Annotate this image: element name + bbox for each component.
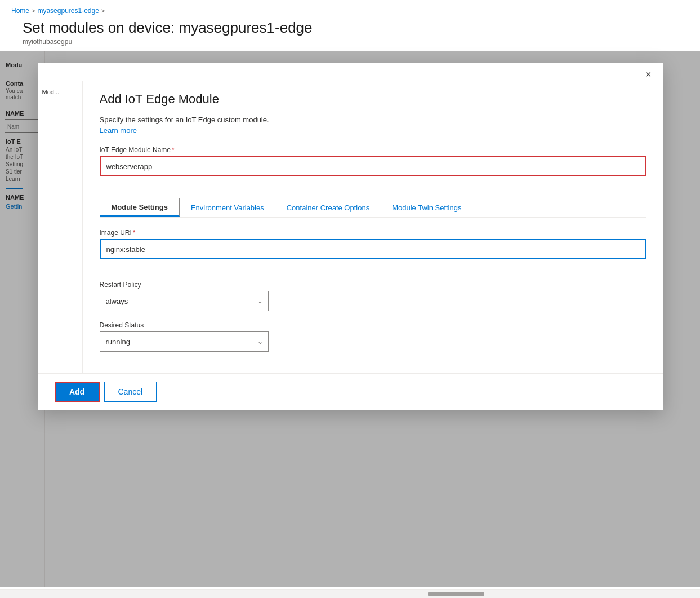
scroll-thumb [428, 592, 484, 596]
add-button[interactable]: Add [55, 382, 100, 402]
module-name-label: IoT Edge Module Name* [100, 146, 646, 154]
top-bar: Home > myasegpures1-edge > Set modules o… [0, 0, 700, 51]
tabs-container: Module Settings Environment Variables Co… [100, 198, 646, 218]
breadcrumb-device[interactable]: myasegpures1-edge [37, 7, 99, 15]
page-wrapper: Home > myasegpures1-edge > Set modules o… [0, 0, 700, 598]
modal-footer: Add Cancel [38, 373, 663, 410]
tab-environment-variables[interactable]: Environment Variables [180, 198, 275, 217]
bottom-scrollbar [0, 589, 700, 598]
tab-container-create-options[interactable]: Container Create Options [275, 198, 381, 217]
desired-status-field-group: Desired Status running stopped ⌄ [100, 321, 646, 352]
module-name-input[interactable] [100, 156, 646, 176]
desired-status-dropdown-wrapper: running stopped ⌄ [100, 331, 269, 352]
modal-content: Add IoT Edge Module Specify the settings… [83, 81, 663, 373]
breadcrumb: Home > myasegpures1-edge > [11, 7, 689, 15]
image-uri-required: * [133, 229, 136, 237]
restart-policy-select[interactable]: always never on-failure on-unhealthy [100, 291, 269, 311]
tab-module-twin-settings[interactable]: Module Twin Settings [381, 198, 472, 217]
breadcrumb-sep2: > [101, 7, 105, 14]
page-title: Set modules on device: myasegpures1-edge [11, 15, 689, 38]
modal-body: Mod... Add IoT Edge Module Specify the s… [38, 81, 663, 373]
restart-policy-label: Restart Policy [100, 281, 646, 289]
modal-overlay: × Mod... Add IoT Edge Module Specify the… [0, 51, 700, 587]
restart-policy-dropdown-wrapper: always never on-failure on-unhealthy ⌄ [100, 291, 269, 311]
modal-panel: × Mod... Add IoT Edge Module Specify the… [38, 63, 663, 410]
breadcrumb-sep1: > [32, 7, 35, 14]
desired-status-select[interactable]: running stopped [100, 331, 269, 352]
page-subtitle: myiothubasegpu [11, 38, 689, 51]
main-layout: Modu Conta You camatch NAME IoT E An IoT… [0, 51, 700, 587]
desired-status-label: Desired Status [100, 321, 646, 329]
image-uri-label: Image URI* [100, 229, 646, 237]
cancel-button[interactable]: Cancel [104, 382, 157, 402]
module-name-field-group: IoT Edge Module Name* [100, 146, 646, 188]
modal-sidebar-label: Mod... [38, 86, 82, 98]
tab-module-settings[interactable]: Module Settings [100, 198, 180, 217]
image-uri-input[interactable] [100, 239, 646, 259]
breadcrumb-home[interactable]: Home [11, 7, 29, 15]
modal-sidebar: Mod... [38, 81, 83, 373]
modal-header: × [38, 63, 663, 81]
image-uri-field-group: Image URI* [100, 229, 646, 271]
modal-title: Add IoT Edge Module [100, 92, 646, 107]
modal-learn-more-link[interactable]: Learn more [100, 126, 646, 135]
modal-description: Specify the settings for an IoT Edge cus… [100, 116, 646, 124]
restart-policy-field-group: Restart Policy always never on-failure o… [100, 281, 646, 311]
modal-close-button[interactable]: × [642, 68, 655, 81]
module-name-required: * [172, 146, 175, 154]
